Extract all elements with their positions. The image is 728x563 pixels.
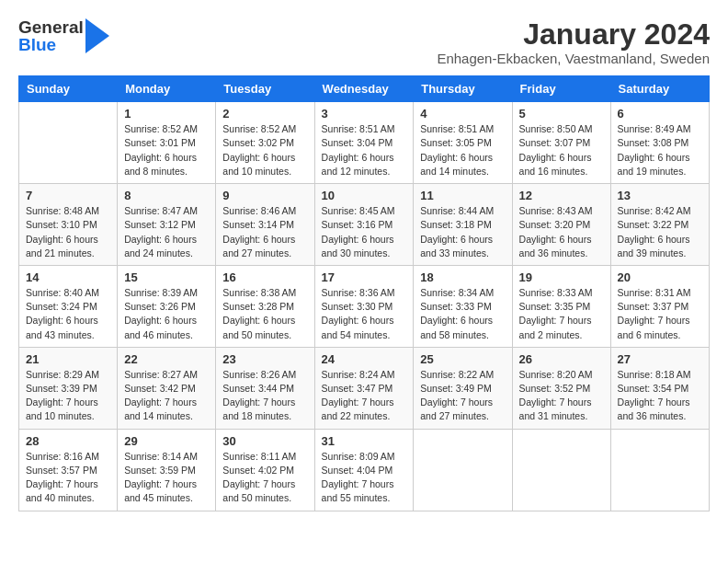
calendar-cell — [19, 102, 118, 184]
calendar-cell: 31Sunrise: 8:09 AM Sunset: 4:04 PM Dayli… — [314, 429, 414, 511]
day-info: Sunrise: 8:50 AM Sunset: 3:07 PM Dayligh… — [519, 122, 604, 178]
calendar-cell: 20Sunrise: 8:31 AM Sunset: 3:37 PM Dayli… — [610, 265, 709, 347]
day-info: Sunrise: 8:44 AM Sunset: 3:18 PM Dayligh… — [420, 204, 505, 260]
calendar-week-3: 14Sunrise: 8:40 AM Sunset: 3:24 PM Dayli… — [19, 265, 710, 347]
calendar-cell: 26Sunrise: 8:20 AM Sunset: 3:52 PM Dayli… — [512, 347, 610, 429]
calendar-cell: 4Sunrise: 8:51 AM Sunset: 3:05 PM Daylig… — [414, 102, 512, 184]
day-number: 7 — [26, 189, 110, 202]
calendar-cell: 5Sunrise: 8:50 AM Sunset: 3:07 PM Daylig… — [512, 102, 610, 184]
calendar-cell: 28Sunrise: 8:16 AM Sunset: 3:57 PM Dayli… — [19, 429, 118, 511]
day-info: Sunrise: 8:38 AM Sunset: 3:28 PM Dayligh… — [222, 286, 307, 342]
calendar-cell — [610, 429, 709, 511]
calendar-cell: 7Sunrise: 8:48 AM Sunset: 3:10 PM Daylig… — [19, 184, 118, 266]
day-info: Sunrise: 8:49 AM Sunset: 3:08 PM Dayligh… — [618, 122, 702, 178]
day-number: 30 — [222, 434, 307, 448]
logo-chevron-icon — [85, 18, 109, 53]
day-number: 3 — [322, 107, 407, 121]
calendar-weekday-tuesday: Tuesday — [216, 76, 314, 102]
day-info: Sunrise: 8:14 AM Sunset: 3:59 PM Dayligh… — [124, 450, 209, 506]
calendar-week-1: 1Sunrise: 8:52 AM Sunset: 3:01 PM Daylig… — [19, 102, 710, 184]
day-info: Sunrise: 8:09 AM Sunset: 4:04 PM Dayligh… — [322, 450, 407, 506]
day-number: 26 — [519, 352, 604, 366]
calendar-cell: 3Sunrise: 8:51 AM Sunset: 3:04 PM Daylig… — [314, 102, 414, 184]
day-info: Sunrise: 8:18 AM Sunset: 3:54 PM Dayligh… — [618, 368, 702, 424]
calendar-week-5: 28Sunrise: 8:16 AM Sunset: 3:57 PM Dayli… — [19, 429, 710, 511]
calendar-weekday-wednesday: Wednesday — [314, 76, 414, 102]
calendar-header-row: SundayMondayTuesdayWednesdayThursdayFrid… — [19, 76, 710, 102]
calendar-cell: 14Sunrise: 8:40 AM Sunset: 3:24 PM Dayli… — [19, 265, 118, 347]
calendar-weekday-saturday: Saturday — [610, 76, 709, 102]
logo-blue-text: Blue — [18, 36, 84, 53]
calendar-cell: 1Sunrise: 8:52 AM Sunset: 3:01 PM Daylig… — [118, 102, 216, 184]
day-info: Sunrise: 8:52 AM Sunset: 3:01 PM Dayligh… — [124, 122, 209, 178]
calendar-cell: 8Sunrise: 8:47 AM Sunset: 3:12 PM Daylig… — [118, 184, 216, 266]
day-info: Sunrise: 8:11 AM Sunset: 4:02 PM Dayligh… — [222, 450, 307, 506]
calendar-cell: 23Sunrise: 8:26 AM Sunset: 3:44 PM Dayli… — [216, 347, 314, 429]
page-header: General Blue January 2024 Enhagen-Ekback… — [18, 18, 710, 66]
calendar-cell: 10Sunrise: 8:45 AM Sunset: 3:16 PM Dayli… — [314, 184, 414, 266]
calendar-cell: 18Sunrise: 8:34 AM Sunset: 3:33 PM Dayli… — [414, 265, 512, 347]
logo-general-text: General — [18, 18, 84, 36]
calendar-cell: 17Sunrise: 8:36 AM Sunset: 3:30 PM Dayli… — [314, 265, 414, 347]
day-number: 10 — [322, 189, 407, 202]
day-number: 23 — [222, 352, 307, 366]
calendar-cell: 25Sunrise: 8:22 AM Sunset: 3:49 PM Dayli… — [414, 347, 512, 429]
day-number: 25 — [420, 352, 505, 366]
calendar-cell: 15Sunrise: 8:39 AM Sunset: 3:26 PM Dayli… — [118, 265, 216, 347]
calendar-week-4: 21Sunrise: 8:29 AM Sunset: 3:39 PM Dayli… — [19, 347, 710, 429]
calendar-weekday-monday: Monday — [118, 76, 216, 102]
calendar-cell: 2Sunrise: 8:52 AM Sunset: 3:02 PM Daylig… — [216, 102, 314, 184]
day-number: 24 — [322, 352, 407, 366]
day-number: 28 — [26, 434, 110, 448]
day-number: 4 — [420, 107, 505, 121]
day-number: 20 — [618, 270, 702, 284]
day-number: 21 — [26, 352, 110, 366]
calendar-week-2: 7Sunrise: 8:48 AM Sunset: 3:10 PM Daylig… — [19, 184, 710, 266]
calendar-cell: 6Sunrise: 8:49 AM Sunset: 3:08 PM Daylig… — [610, 102, 709, 184]
day-number: 2 — [222, 107, 307, 121]
day-info: Sunrise: 8:27 AM Sunset: 3:42 PM Dayligh… — [124, 368, 209, 424]
day-number: 8 — [124, 189, 209, 202]
day-info: Sunrise: 8:47 AM Sunset: 3:12 PM Dayligh… — [124, 204, 209, 260]
day-info: Sunrise: 8:48 AM Sunset: 3:10 PM Dayligh… — [26, 204, 110, 260]
day-number: 27 — [618, 352, 702, 366]
calendar-cell: 19Sunrise: 8:33 AM Sunset: 3:35 PM Dayli… — [512, 265, 610, 347]
day-number: 6 — [618, 107, 702, 121]
calendar-cell: 29Sunrise: 8:14 AM Sunset: 3:59 PM Dayli… — [118, 429, 216, 511]
day-number: 13 — [618, 189, 702, 202]
day-number: 18 — [420, 270, 505, 284]
day-info: Sunrise: 8:45 AM Sunset: 3:16 PM Dayligh… — [322, 204, 407, 260]
calendar-weekday-thursday: Thursday — [414, 76, 512, 102]
calendar-cell: 27Sunrise: 8:18 AM Sunset: 3:54 PM Dayli… — [610, 347, 709, 429]
day-number: 15 — [124, 270, 209, 284]
day-info: Sunrise: 8:26 AM Sunset: 3:44 PM Dayligh… — [222, 368, 307, 424]
calendar-cell — [512, 429, 610, 511]
day-number: 16 — [222, 270, 307, 284]
calendar-cell: 9Sunrise: 8:46 AM Sunset: 3:14 PM Daylig… — [216, 184, 314, 266]
day-info: Sunrise: 8:51 AM Sunset: 3:04 PM Dayligh… — [322, 122, 407, 178]
day-number: 31 — [322, 434, 407, 448]
day-info: Sunrise: 8:33 AM Sunset: 3:35 PM Dayligh… — [519, 286, 604, 342]
calendar-cell — [414, 429, 512, 511]
day-info: Sunrise: 8:52 AM Sunset: 3:02 PM Dayligh… — [222, 122, 307, 178]
day-info: Sunrise: 8:22 AM Sunset: 3:49 PM Dayligh… — [420, 368, 505, 424]
day-info: Sunrise: 8:24 AM Sunset: 3:47 PM Dayligh… — [322, 368, 407, 424]
day-number: 12 — [519, 189, 604, 202]
day-info: Sunrise: 8:31 AM Sunset: 3:37 PM Dayligh… — [618, 286, 702, 342]
page-title: January 2024 — [437, 18, 710, 51]
day-info: Sunrise: 8:34 AM Sunset: 3:33 PM Dayligh… — [420, 286, 505, 342]
calendar-cell: 16Sunrise: 8:38 AM Sunset: 3:28 PM Dayli… — [216, 265, 314, 347]
day-number: 1 — [124, 107, 209, 121]
calendar-cell: 22Sunrise: 8:27 AM Sunset: 3:42 PM Dayli… — [118, 347, 216, 429]
day-number: 14 — [26, 270, 110, 284]
svg-marker-0 — [85, 18, 109, 53]
calendar-cell: 24Sunrise: 8:24 AM Sunset: 3:47 PM Dayli… — [314, 347, 414, 429]
day-info: Sunrise: 8:46 AM Sunset: 3:14 PM Dayligh… — [222, 204, 307, 260]
day-info: Sunrise: 8:42 AM Sunset: 3:22 PM Dayligh… — [618, 204, 702, 260]
calendar-cell: 13Sunrise: 8:42 AM Sunset: 3:22 PM Dayli… — [610, 184, 709, 266]
calendar-cell: 30Sunrise: 8:11 AM Sunset: 4:02 PM Dayli… — [216, 429, 314, 511]
logo: General Blue — [18, 18, 109, 53]
calendar-table: SundayMondayTuesdayWednesdayThursdayFrid… — [18, 75, 710, 511]
calendar-cell: 21Sunrise: 8:29 AM Sunset: 3:39 PM Dayli… — [19, 347, 118, 429]
title-block: January 2024 Enhagen-Ekbacken, Vaestmanl… — [437, 18, 710, 66]
